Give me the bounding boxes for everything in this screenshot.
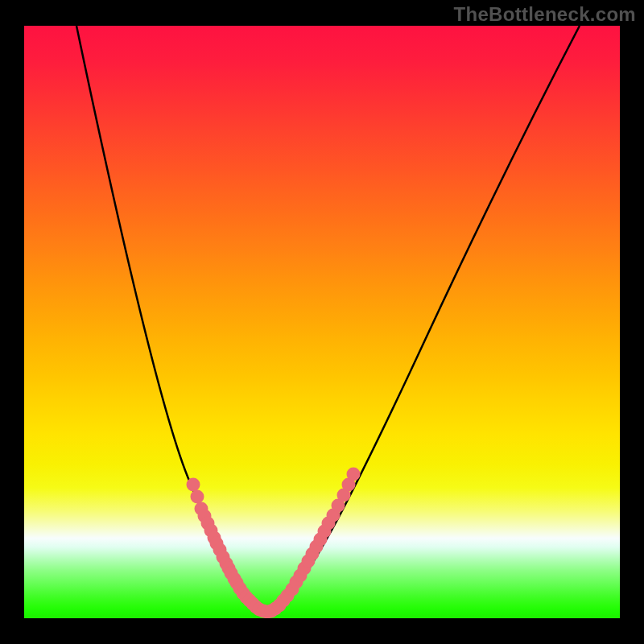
dots-left-group <box>187 478 250 601</box>
curve-svg <box>24 26 620 618</box>
plot-area <box>24 26 620 618</box>
dots-right-group <box>286 468 361 597</box>
data-dot <box>187 478 200 492</box>
dots-bottom-group <box>240 589 295 619</box>
data-dot <box>191 490 204 504</box>
watermark-text: TheBottleneck.com <box>454 3 636 26</box>
data-dot <box>347 468 361 481</box>
chart-frame: TheBottleneck.com <box>0 0 644 644</box>
